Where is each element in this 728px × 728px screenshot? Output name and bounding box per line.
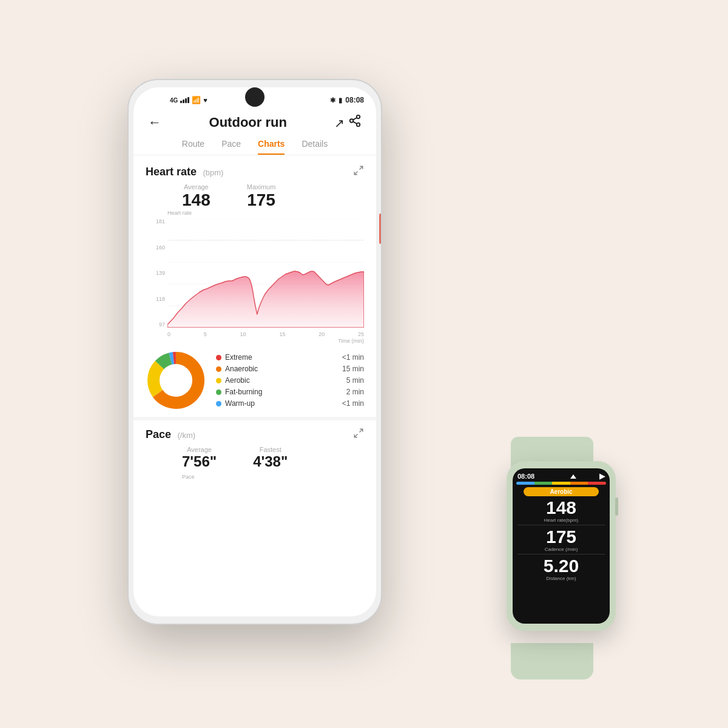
watch-body: 08:08 ▶ Aerobic 148 He [507,461,616,631]
watch-status-bar: 08:08 ▶ [513,468,610,482]
health-icon: ♥ [203,96,207,104]
fat-burning-dot [216,389,221,395]
pace-stats: Average 7'56" Fastest 4'38" [146,441,364,473]
zone-aerobic: Aerobic 5 min [216,376,364,385]
phone-screen: 4G 📶 ♥ ✱ ▮ 08:08 ← [133,87,376,616]
y-tick-118: 118 [148,296,165,302]
status-left: 4G 📶 ♥ [170,96,207,104]
zone-warmup: Warm-up <1 min [216,399,364,408]
watch-screen: 08:08 ▶ Aerobic 148 He [513,468,610,624]
svg-line-5 [360,166,363,169]
warmup-dot [216,401,221,406]
avg-pace: Average 7'56" [182,446,217,470]
max-heart-rate: Maximum 175 [247,183,276,210]
y-tick-160: 160 [148,244,165,251]
cb-extreme [588,482,606,485]
x-tick-20: 20 [318,331,325,337]
svg-point-19 [161,365,191,396]
pace-expand[interactable] [353,428,364,441]
watch-divider-2 [517,554,605,554]
svg-line-21 [354,434,357,437]
watch-metric-cadence: 175 Cadence (/min) [513,527,610,552]
x-tick-10: 10 [240,331,246,337]
x-tick-25: 25 [358,331,364,337]
svg-point-0 [357,115,360,119]
x-tick-15: 15 [279,331,285,337]
status-time: 08:08 [345,96,364,104]
pace-chart-label: Pace [146,473,364,480]
heart-rate-stats: Average 148 Maximum 175 [146,178,364,212]
tab-details[interactable]: Details [302,139,328,155]
x-tick-5: 5 [204,331,207,337]
cb-warmup [516,482,534,485]
signal-bars [180,97,189,103]
heart-rate-svg [167,218,364,328]
pace-header: Pace (/km) [146,428,195,441]
zone-legend: Extreme <1 min Anaerobic 15 min Aerobic … [216,353,364,408]
page-title: Outdoor run [209,115,287,130]
aerobic-dot [216,378,221,383]
svg-line-3 [353,121,357,124]
back-button[interactable]: ← [148,115,161,130]
watch-band-bottom [511,643,593,679]
tab-bar: Route Pace Charts Details [133,135,376,155]
cb-anaerobic [570,482,588,485]
watch-color-bar [516,482,606,485]
donut-chart [146,350,206,411]
pace-section: Pace (/km) Average 7'56" Fastest 4'38" [133,417,376,486]
fastest-pace: Fastest 4'38" [253,446,288,470]
heart-rate-header: Heart rate (bpm) [146,166,223,178]
heart-rate-section: Heart rate (bpm) Average 148 Maximum 175 [133,155,376,218]
extreme-dot [216,355,221,360]
status-right: ✱ ▮ 08:08 [330,96,364,104]
chart-y-label: Heart rate [167,210,192,216]
network-indicator: 4G [170,97,178,104]
svg-point-2 [357,123,360,127]
zone-anaerobic: Anaerobic 15 min [216,365,364,373]
watch-metric-distance: 5.20 Distance (km) [513,556,610,581]
anaerobic-dot [216,366,221,372]
y-tick-139: 139 [148,270,165,276]
phone-side-button [379,214,382,244]
svg-line-6 [354,172,357,175]
heart-rate-expand[interactable] [353,165,364,178]
y-tick-97: 97 [148,322,165,328]
heart-zone-section: Extreme <1 min Anaerobic 15 min Aerobic … [133,344,376,417]
phone: 4G 📶 ♥ ✱ ▮ 08:08 ← [127,79,382,625]
share-button[interactable]: ↗︎ [334,114,362,130]
watch-side-button [615,497,618,516]
watch-location-icon: ▶ [599,472,605,480]
tab-route[interactable]: Route [182,139,204,155]
svg-line-20 [360,429,363,432]
scene: 4G 📶 ♥ ✱ ▮ 08:08 ← [91,61,637,667]
svg-point-1 [350,119,354,123]
tab-pace[interactable]: Pace [221,139,241,155]
watch-metric-heart-rate: 148 Heart rate(bpm) [513,497,610,523]
cb-fat [534,482,553,485]
zone-fat-burning: Fat-burning 2 min [216,388,364,396]
watch-divider-1 [517,525,605,525]
app-header: ← Outdoor run ↗︎ [133,107,376,135]
wifi-icon: 📶 [192,96,201,104]
x-tick-0: 0 [167,331,170,337]
zone-extreme: Extreme <1 min [216,353,364,362]
cb-aerobic [552,482,570,485]
heart-rate-chart: 181 160 139 118 97 Heart rate [133,218,376,344]
tab-charts[interactable]: Charts [258,139,285,155]
svg-line-4 [353,118,357,120]
smartwatch: 08:08 ▶ Aerobic 148 He [497,461,625,649]
phone-notch [245,87,265,107]
x-axis-label: Time (min) [167,338,364,344]
y-tick-181: 181 [148,218,165,224]
battery-icon: ▮ [339,96,342,104]
avg-heart-rate: Average 148 [182,183,211,210]
watch-zone-badge: Aerobic [524,487,599,496]
bluetooth-icon: ✱ [330,96,335,104]
